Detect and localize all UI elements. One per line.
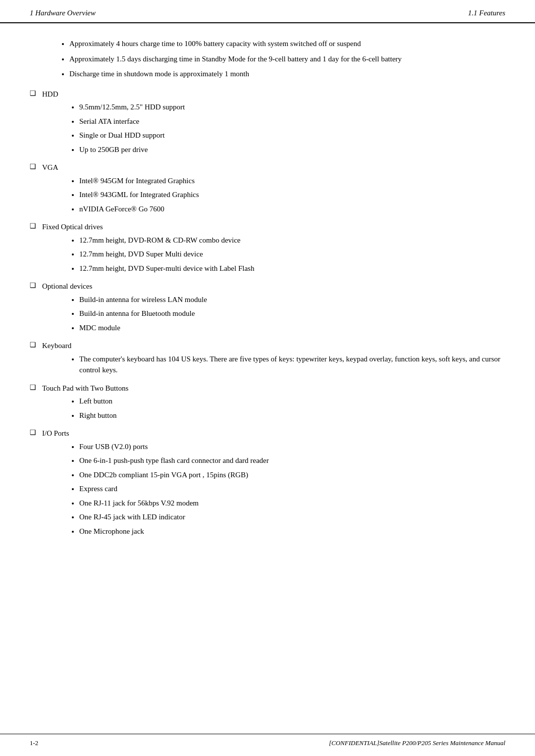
header-right: 1.1 Features xyxy=(468,9,505,17)
checkbox-section: ❑VGAIntel® 945GM for Integrated Graphics… xyxy=(30,162,505,214)
checkbox-section: ❑HDD9.5mm/12.5mm, 2.5" HDD supportSerial… xyxy=(30,89,505,155)
sub-bullet-item: One 6-in-1 push-push type flash card con… xyxy=(79,455,505,466)
checkbox-icon: ❑ xyxy=(30,383,36,392)
checkbox-label: HDD xyxy=(42,89,58,100)
sub-bullet-item: nVIDIA GeForce® Go 7600 xyxy=(79,203,505,215)
sub-bullet-item: Up to 250GB per drive xyxy=(79,144,505,155)
sub-bullet-item: Right button xyxy=(79,410,505,421)
checkbox-section: ❑Touch Pad with Two ButtonsLeft buttonRi… xyxy=(30,383,505,421)
checkbox-icon: ❑ xyxy=(30,89,36,98)
checkbox-label: Fixed Optical drives xyxy=(42,221,103,233)
footer-title: [CONFIDENTIAL]Satellite P200/P205 Series… xyxy=(329,739,505,747)
checkbox-label: Touch Pad with Two Buttons xyxy=(42,383,128,394)
page-header: 1 Hardware Overview 1.1 Features xyxy=(0,0,535,23)
sub-bullet-item: Build-in antenna for Bluetooth module xyxy=(79,308,505,319)
top-bullets-list: Approximately 4 hours charge time to 100… xyxy=(69,38,505,80)
sub-bullet-item: 12.7mm height, DVD Super-multi device wi… xyxy=(79,263,505,274)
sub-bullet-item: Four USB (V2.0) ports xyxy=(79,441,505,453)
sections-container: ❑HDD9.5mm/12.5mm, 2.5" HDD supportSerial… xyxy=(30,89,505,537)
page-footer: 1-2 [CONFIDENTIAL]Satellite P200/P205 Se… xyxy=(0,734,535,756)
sub-bullet-item: Serial ATA interface xyxy=(79,116,505,127)
sub-bullet-item: Intel® 945GM for Integrated Graphics xyxy=(79,175,505,187)
sub-bullet-item: MDC module xyxy=(79,322,505,334)
checkbox-section: ❑KeyboardThe computer's keyboard has 104… xyxy=(30,340,505,376)
sub-bullet-item: One RJ-11 jack for 56kbps V.92 modem xyxy=(79,498,505,509)
checkbox-label: VGA xyxy=(42,162,58,173)
checkbox-section: ❑Optional devicesBuild-in antenna for wi… xyxy=(30,281,505,333)
sub-bullet-item: Left button xyxy=(79,396,505,407)
checkbox-label: I/O Ports xyxy=(42,428,69,439)
page-container: 1 Hardware Overview 1.1 Features Approxi… xyxy=(0,0,535,756)
checkbox-icon: ❑ xyxy=(30,281,36,290)
checkbox-item: ❑VGA xyxy=(30,162,505,173)
sub-bullet-item: Build-in antenna for wireless LAN module xyxy=(79,294,505,305)
checkbox-icon: ❑ xyxy=(30,428,36,437)
checkbox-item: ❑Keyboard xyxy=(30,340,505,352)
footer-page-number: 1-2 xyxy=(30,739,38,747)
top-bullet-item: Approximately 4 hours charge time to 100… xyxy=(69,38,505,50)
checkbox-icon: ❑ xyxy=(30,222,36,230)
sub-bullet-item: Single or Dual HDD support xyxy=(79,130,505,141)
checkbox-item: ❑Touch Pad with Two Buttons xyxy=(30,383,505,394)
checkbox-label: Optional devices xyxy=(42,281,92,292)
checkbox-item: ❑Optional devices xyxy=(30,281,505,292)
sub-bullets-list: Build-in antenna for wireless LAN module… xyxy=(79,294,505,334)
sub-bullet-item: 12.7mm height, DVD-ROM & CD-RW combo dev… xyxy=(79,235,505,246)
sub-bullets-list: The computer's keyboard has 104 US keys.… xyxy=(79,353,505,376)
checkbox-section: ❑Fixed Optical drives12.7mm height, DVD-… xyxy=(30,221,505,274)
checkbox-item: ❑I/O Ports xyxy=(30,428,505,439)
sub-bullet-item: Intel® 943GML for Integrated Graphics xyxy=(79,189,505,201)
sub-bullets-list: 12.7mm height, DVD-ROM & CD-RW combo dev… xyxy=(79,235,505,274)
sub-bullet-item: The computer's keyboard has 104 US keys.… xyxy=(79,353,505,376)
checkbox-label: Keyboard xyxy=(42,340,71,352)
checkbox-section: ❑I/O PortsFour USB (V2.0) portsOne 6-in-… xyxy=(30,428,505,537)
sub-bullet-item: 9.5mm/12.5mm, 2.5" HDD support xyxy=(79,101,505,113)
checkbox-icon: ❑ xyxy=(30,162,36,171)
top-bullet-item: Approximately 1.5 days discharging time … xyxy=(69,53,505,65)
sub-bullet-item: One Microphone jack xyxy=(79,526,505,537)
main-content: Approximately 4 hours charge time to 100… xyxy=(0,38,535,583)
sub-bullet-item: 12.7mm height, DVD Super Multi device xyxy=(79,249,505,260)
sub-bullets-list: Four USB (V2.0) portsOne 6-in-1 push-pus… xyxy=(79,441,505,537)
header-left: 1 Hardware Overview xyxy=(30,9,96,17)
sub-bullet-item: Express card xyxy=(79,483,505,495)
sub-bullets-list: Intel® 945GM for Integrated GraphicsInte… xyxy=(79,175,505,215)
sub-bullets-list: Left buttonRight button xyxy=(79,396,505,421)
checkbox-item: ❑Fixed Optical drives xyxy=(30,221,505,233)
sub-bullet-item: One DDC2b compliant 15-pin VGA port , 15… xyxy=(79,469,505,481)
sub-bullet-item: One RJ-45 jack with LED indicator xyxy=(79,511,505,523)
sub-bullets-list: 9.5mm/12.5mm, 2.5" HDD supportSerial ATA… xyxy=(79,101,505,155)
checkbox-icon: ❑ xyxy=(30,341,36,349)
top-bullet-item: Discharge time in shutdown mode is appro… xyxy=(69,68,505,80)
checkbox-item: ❑HDD xyxy=(30,89,505,100)
